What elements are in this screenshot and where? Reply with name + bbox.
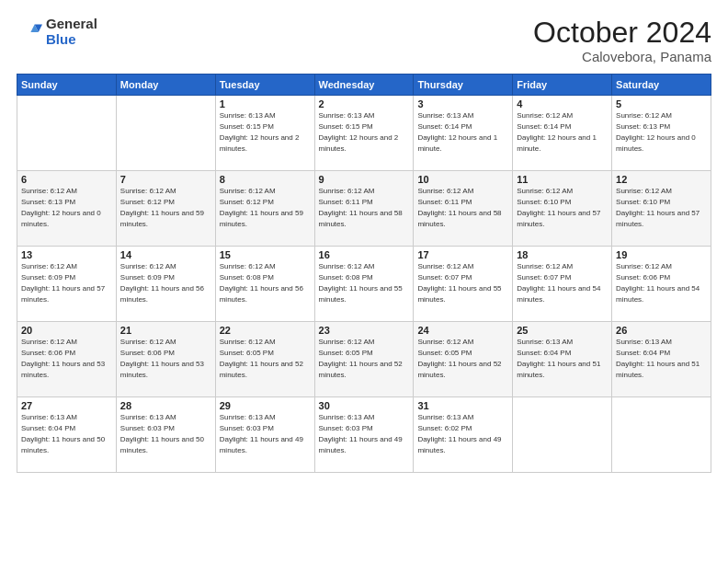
day-number: 8 [220, 174, 311, 185]
calendar-week-row: 1Sunrise: 6:13 AMSunset: 6:15 PMDaylight… [17, 96, 711, 171]
calendar-cell: 19Sunrise: 6:12 AMSunset: 6:06 PMDayligh… [612, 247, 711, 322]
calendar-cell: 27Sunrise: 6:13 AMSunset: 6:04 PMDayligh… [17, 397, 117, 473]
month-title: October 2024 [533, 17, 711, 49]
calendar-cell: 29Sunrise: 6:13 AMSunset: 6:03 PMDayligh… [215, 397, 314, 473]
calendar-cell: 18Sunrise: 6:12 AMSunset: 6:07 PMDayligh… [513, 247, 612, 322]
day-info: Sunrise: 6:12 AMSunset: 6:14 PMDaylight:… [517, 111, 597, 152]
day-number: 4 [517, 98, 608, 109]
page: General Blue October 2024 Calovebora, Pa… [0, 0, 728, 563]
day-info: Sunrise: 6:12 AMSunset: 6:05 PMDaylight:… [220, 338, 303, 378]
day-info: Sunrise: 6:12 AMSunset: 6:08 PMDaylight:… [220, 262, 303, 303]
calendar-cell: 7Sunrise: 6:12 AMSunset: 6:12 PMDaylight… [116, 171, 215, 247]
day-number: 29 [220, 400, 311, 411]
day-info: Sunrise: 6:13 AMSunset: 6:03 PMDaylight:… [319, 413, 403, 454]
calendar-cell: 12Sunrise: 6:12 AMSunset: 6:10 PMDayligh… [612, 171, 711, 247]
day-number: 7 [120, 174, 211, 185]
day-number: 16 [319, 249, 410, 260]
day-info: Sunrise: 6:12 AMSunset: 6:05 PMDaylight:… [417, 338, 501, 378]
day-number: 23 [319, 325, 410, 336]
day-info: Sunrise: 6:12 AMSunset: 6:13 PMDaylight:… [21, 187, 101, 227]
logo: General Blue [17, 17, 97, 47]
day-info: Sunrise: 6:13 AMSunset: 6:03 PMDaylight:… [220, 413, 303, 454]
calendar-cell: 1Sunrise: 6:13 AMSunset: 6:15 PMDaylight… [215, 96, 314, 171]
day-number: 2 [319, 98, 410, 109]
calendar-cell: 14Sunrise: 6:12 AMSunset: 6:09 PMDayligh… [116, 247, 215, 322]
calendar-cell: 13Sunrise: 6:12 AMSunset: 6:09 PMDayligh… [17, 247, 117, 322]
header: General Blue October 2024 Calovebora, Pa… [17, 17, 711, 64]
day-info: Sunrise: 6:12 AMSunset: 6:10 PMDaylight:… [517, 187, 600, 227]
day-number: 20 [21, 325, 112, 336]
weekday-header: Saturday [612, 75, 711, 96]
calendar-cell: 17Sunrise: 6:12 AMSunset: 6:07 PMDayligh… [414, 247, 513, 322]
day-number: 25 [517, 325, 608, 336]
calendar-cell: 3Sunrise: 6:13 AMSunset: 6:14 PMDaylight… [414, 96, 513, 171]
calendar-cell: 28Sunrise: 6:13 AMSunset: 6:03 PMDayligh… [116, 397, 215, 473]
calendar-cell: 2Sunrise: 6:13 AMSunset: 6:15 PMDaylight… [314, 96, 414, 171]
weekday-header: Monday [116, 75, 215, 96]
calendar-cell: 4Sunrise: 6:12 AMSunset: 6:14 PMDaylight… [513, 96, 612, 171]
calendar-week-row: 20Sunrise: 6:12 AMSunset: 6:06 PMDayligh… [17, 322, 711, 397]
day-info: Sunrise: 6:12 AMSunset: 6:13 PMDaylight:… [616, 111, 696, 152]
calendar-cell: 11Sunrise: 6:12 AMSunset: 6:10 PMDayligh… [513, 171, 612, 247]
calendar-cell: 6Sunrise: 6:12 AMSunset: 6:13 PMDaylight… [17, 171, 117, 247]
logo-text: General Blue [46, 17, 97, 47]
day-number: 30 [319, 400, 410, 411]
day-info: Sunrise: 6:13 AMSunset: 6:04 PMDaylight:… [616, 338, 700, 378]
day-number: 27 [21, 400, 112, 411]
calendar-week-row: 13Sunrise: 6:12 AMSunset: 6:09 PMDayligh… [17, 247, 711, 322]
day-number: 26 [616, 325, 707, 336]
calendar-cell: 15Sunrise: 6:12 AMSunset: 6:08 PMDayligh… [215, 247, 314, 322]
day-info: Sunrise: 6:12 AMSunset: 6:05 PMDaylight:… [319, 338, 403, 378]
calendar-cell: 8Sunrise: 6:12 AMSunset: 6:12 PMDaylight… [215, 171, 314, 247]
calendar-table: SundayMondayTuesdayWednesdayThursdayFrid… [17, 74, 711, 473]
day-number: 31 [417, 400, 508, 411]
day-number: 22 [220, 325, 311, 336]
day-info: Sunrise: 6:13 AMSunset: 6:03 PMDaylight:… [120, 413, 204, 454]
calendar-cell: 24Sunrise: 6:12 AMSunset: 6:05 PMDayligh… [414, 322, 513, 397]
day-number: 11 [517, 174, 608, 185]
day-number: 15 [220, 249, 311, 260]
logo-icon [17, 19, 42, 45]
calendar-cell: 31Sunrise: 6:13 AMSunset: 6:02 PMDayligh… [414, 397, 513, 473]
calendar-week-row: 6Sunrise: 6:12 AMSunset: 6:13 PMDaylight… [17, 171, 711, 247]
day-info: Sunrise: 6:13 AMSunset: 6:04 PMDaylight:… [21, 413, 105, 454]
day-number: 5 [616, 98, 707, 109]
day-number: 18 [517, 249, 608, 260]
day-number: 24 [417, 325, 508, 336]
calendar-cell: 22Sunrise: 6:12 AMSunset: 6:05 PMDayligh… [215, 322, 314, 397]
calendar-cell: 5Sunrise: 6:12 AMSunset: 6:13 PMDaylight… [612, 96, 711, 171]
day-info: Sunrise: 6:13 AMSunset: 6:02 PMDaylight:… [417, 413, 501, 454]
weekday-header: Tuesday [215, 75, 314, 96]
weekday-header: Thursday [414, 75, 513, 96]
location: Calovebora, Panama [533, 49, 711, 64]
day-info: Sunrise: 6:12 AMSunset: 6:07 PMDaylight:… [417, 262, 501, 303]
day-info: Sunrise: 6:12 AMSunset: 6:06 PMDaylight:… [21, 338, 105, 378]
calendar-cell [17, 96, 117, 171]
day-number: 17 [417, 249, 508, 260]
day-info: Sunrise: 6:12 AMSunset: 6:06 PMDaylight:… [616, 262, 700, 303]
day-info: Sunrise: 6:12 AMSunset: 6:07 PMDaylight:… [517, 262, 600, 303]
day-info: Sunrise: 6:13 AMSunset: 6:15 PMDaylight:… [319, 111, 399, 152]
day-number: 10 [417, 174, 508, 185]
weekday-header: Sunday [17, 75, 117, 96]
calendar-cell [116, 96, 215, 171]
day-number: 21 [120, 325, 211, 336]
day-info: Sunrise: 6:12 AMSunset: 6:06 PMDaylight:… [120, 338, 204, 378]
day-info: Sunrise: 6:12 AMSunset: 6:08 PMDaylight:… [319, 262, 403, 303]
day-info: Sunrise: 6:12 AMSunset: 6:12 PMDaylight:… [120, 187, 204, 227]
day-info: Sunrise: 6:12 AMSunset: 6:10 PMDaylight:… [616, 187, 700, 227]
calendar-cell: 20Sunrise: 6:12 AMSunset: 6:06 PMDayligh… [17, 322, 117, 397]
day-info: Sunrise: 6:12 AMSunset: 6:09 PMDaylight:… [21, 262, 105, 303]
logo-general-text: General [46, 16, 97, 31]
logo-blue-text: Blue [46, 31, 76, 47]
calendar-header-row: SundayMondayTuesdayWednesdayThursdayFrid… [17, 75, 711, 96]
day-info: Sunrise: 6:12 AMSunset: 6:11 PMDaylight:… [417, 187, 501, 227]
calendar-week-row: 27Sunrise: 6:13 AMSunset: 6:04 PMDayligh… [17, 397, 711, 473]
calendar-cell: 16Sunrise: 6:12 AMSunset: 6:08 PMDayligh… [314, 247, 414, 322]
day-number: 12 [616, 174, 707, 185]
calendar-cell: 21Sunrise: 6:12 AMSunset: 6:06 PMDayligh… [116, 322, 215, 397]
day-number: 14 [120, 249, 211, 260]
calendar-cell: 30Sunrise: 6:13 AMSunset: 6:03 PMDayligh… [314, 397, 414, 473]
day-info: Sunrise: 6:12 AMSunset: 6:11 PMDaylight:… [319, 187, 403, 227]
weekday-header: Friday [513, 75, 612, 96]
